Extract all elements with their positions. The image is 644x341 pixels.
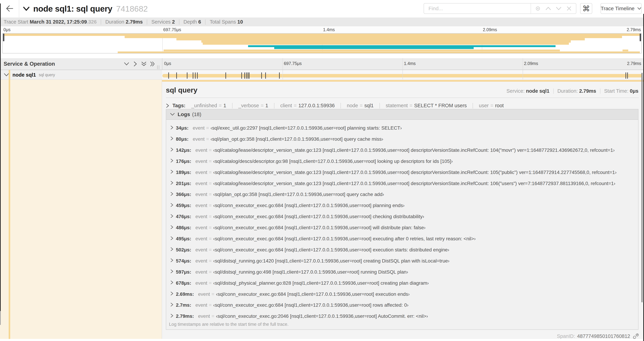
log-entry[interactable]: 597μs:event=‹sql/distsql_running.go:498 … <box>166 266 638 278</box>
span-detail-meta: Service: node sql1Duration: 2.79msStart … <box>506 88 638 94</box>
log-marker-tick[interactable] <box>248 72 248 79</box>
meta-separator <box>600 89 600 94</box>
minimap-tick-label: 0μs <box>4 27 10 32</box>
log-marker-tick[interactable] <box>168 72 169 79</box>
log-marker-tick[interactable] <box>241 72 242 79</box>
span-collapse-chevron-icon[interactable] <box>4 73 9 77</box>
log-marker-tick[interactable] <box>193 72 193 79</box>
log-marker-tick[interactable] <box>249 72 250 79</box>
log-entry[interactable]: 2.69ms:event=‹sql/conn_executor_exec.go:… <box>166 289 638 300</box>
tag-item[interactable]: node=sql1 <box>347 103 374 109</box>
minimap-tick-label: 1.4ms <box>323 27 335 32</box>
expand-all-icon[interactable] <box>150 61 156 67</box>
collapse-trace-chevron-icon[interactable] <box>23 6 30 12</box>
minimap-span-bar <box>4 34 640 36</box>
log-marker-tick[interactable] <box>197 72 198 79</box>
minimap-span-bar <box>176 38 585 40</box>
page-header: node sql1: sql query 7418682 ⌘ Trace Tim… <box>0 0 644 18</box>
vertical-scrollbar[interactable] <box>642 73 642 302</box>
match-case-icon[interactable] <box>533 6 543 12</box>
summary-item: Total Spans 10 <box>210 19 243 25</box>
log-chevron-icon <box>170 203 174 208</box>
prev-result-icon[interactable] <box>543 7 554 11</box>
minimap-span-bar <box>203 43 569 45</box>
span-id-value: 4877749850101760812 <box>577 333 630 339</box>
meta-separator <box>553 89 554 94</box>
tag-item[interactable]: user=root <box>479 103 504 109</box>
log-entry[interactable]: 678μs:event=‹sql/distsql_physical_planne… <box>166 278 638 289</box>
log-entry[interactable]: 34μs:event=‹sql/exec_util.go:2297 [nsql1… <box>166 123 638 134</box>
log-entry[interactable]: 80μs:event=‹sql/plan_opt.go:358 [nsql1,c… <box>166 134 638 145</box>
chevron-down-icon <box>637 7 642 10</box>
minimap-span-bar <box>118 52 640 53</box>
next-row-sliver <box>0 339 644 341</box>
log-entry[interactable]: 201μs:event=‹sql/catalog/lease/descripto… <box>166 178 638 189</box>
collapse-one-icon[interactable] <box>124 61 130 67</box>
minimap-scrubber-handle[interactable] <box>640 34 641 41</box>
keyboard-shortcuts-button[interactable]: ⌘ <box>580 3 592 14</box>
log-entry[interactable]: 459μs:event=‹sql/conn_executor_exec.go:6… <box>166 200 638 211</box>
logs-count: (18) <box>192 111 201 117</box>
tag-item[interactable]: _unfinished=1 <box>191 103 226 109</box>
trace-view-selector-label: Trace Timeline <box>601 6 635 12</box>
column-resize-grip[interactable]: || <box>157 65 160 69</box>
ruler-tick-label: 1.4ms <box>404 61 416 66</box>
log-chevron-icon <box>170 247 174 253</box>
tags-list: _unfinished=1_verbose=1client=127.0.0.1:… <box>186 103 504 109</box>
log-marker-tick[interactable] <box>244 72 245 79</box>
log-marker-tick[interactable] <box>265 72 266 79</box>
find-input[interactable] <box>424 4 530 14</box>
log-entry[interactable]: 502μs:event=‹sql/conn_executor_exec.go:6… <box>166 244 638 255</box>
back-arrow-icon <box>6 5 14 13</box>
log-marker-tick[interactable] <box>176 72 177 79</box>
tag-item[interactable]: _verbose=1 <box>238 103 268 109</box>
span-name-cell[interactable]: node sql1 sql query <box>0 70 162 80</box>
tag-item[interactable]: client=127.0.0.1:59936 <box>280 103 335 109</box>
ruler-gridline <box>523 58 523 70</box>
log-entry[interactable]: 176μs:event=‹sql/catalog/descs/descripto… <box>166 156 638 167</box>
minimap-tick-label: 2.09ms <box>483 27 497 32</box>
log-entry[interactable]: 2.79ms:event=‹sql/conn_executor_exec.go:… <box>166 311 638 322</box>
clear-search-icon[interactable] <box>564 6 574 11</box>
logs-footer-note: Log timestamps are relative to the start… <box>169 321 288 327</box>
expand-one-icon[interactable] <box>132 61 138 67</box>
trace-id: 7418682 <box>116 4 148 14</box>
log-marker-tick[interactable] <box>261 72 262 79</box>
deep-link-icon[interactable] <box>633 333 639 339</box>
log-chevron-icon <box>170 313 174 319</box>
log-entry[interactable]: 495μs:event=‹sql/conn_executor_exec.go:6… <box>166 233 638 244</box>
log-marker-tick[interactable] <box>246 72 247 79</box>
log-chevron-icon <box>170 158 174 164</box>
log-marker-tick[interactable] <box>279 72 280 79</box>
minimap-scrubber-handle[interactable] <box>3 34 4 41</box>
log-entry[interactable]: 486μs:event=‹sql/conn_executor_exec.go:6… <box>166 222 638 233</box>
log-entry[interactable]: 189μs:event=‹sql/catalog/lease/descripto… <box>166 167 638 178</box>
tags-accordian[interactable]: Tags: _unfinished=1_verbose=1client=127.… <box>166 103 504 109</box>
minimap-span-graph[interactable] <box>2 33 642 53</box>
logs-header[interactable]: Logs (18) <box>166 109 638 120</box>
trace-view-selector[interactable]: Trace Timeline <box>600 3 642 14</box>
log-marker-tick[interactable] <box>627 72 628 79</box>
log-marker-tick[interactable] <box>626 72 626 79</box>
next-result-icon[interactable] <box>554 7 564 11</box>
log-entry[interactable]: 574μs:event=‹sql/distsql_running.go:1420… <box>166 255 638 266</box>
tag-item[interactable]: statement=SELECT * FROM users <box>386 103 467 109</box>
log-entry[interactable]: 142μs:event=‹sql/catalog/lease/descripto… <box>166 145 638 156</box>
log-entry[interactable]: 366μs:event=‹sql/plan_opt.go:358 [nsql1,… <box>166 189 638 200</box>
log-chevron-icon <box>170 192 174 197</box>
log-entry[interactable]: 2.7ms:event=‹sql/conn_executor_exec.go:6… <box>166 299 638 311</box>
back-button[interactable] <box>0 0 19 18</box>
tags-label: Tags: <box>172 103 186 109</box>
log-marker-tick[interactable] <box>187 72 188 79</box>
span-detail-panel: sql query Service: node sql1Duration: 2.… <box>162 82 644 339</box>
tag-separator <box>340 103 341 109</box>
ruler-gridline <box>282 58 283 70</box>
log-entry[interactable]: 476μs:event=‹sql/conn_executor_exec.go:6… <box>166 211 638 222</box>
minimap-span-bar <box>125 36 622 38</box>
collapse-all-icon[interactable] <box>141 61 147 67</box>
window-left-edge-lower <box>0 311 1 325</box>
log-marker-tick[interactable] <box>195 72 196 79</box>
find-icon-bar <box>530 4 576 14</box>
log-marker-tick[interactable] <box>226 72 226 79</box>
row-gridline <box>282 70 283 79</box>
